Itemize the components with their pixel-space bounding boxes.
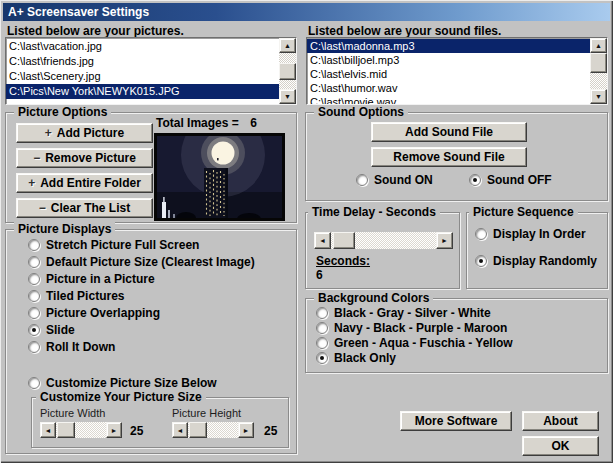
more-software-button[interactable]: More Software [400,411,512,431]
slider-right-button[interactable]: ► [436,232,453,249]
bg-option-label: Navy - Black - Purple - Maroon [334,321,507,335]
radio-bg-black-only[interactable]: Black Only [316,351,396,365]
picture-options-group: Picture Options + Add Picture − Remove P… [5,112,297,223]
bg-option-label: Black Only [334,351,396,365]
night-city-preview-image [157,136,282,218]
display-randomly-label: Display Randomly [493,254,597,268]
clear-list-button[interactable]: − Clear The List [16,198,153,218]
radio-default-picture-size[interactable]: Default Picture Size (Clearest Image) [28,255,255,269]
right-arrow-icon: ► [111,427,118,434]
list-item-selected[interactable]: C:\Pics\New York\NEWYK015.JPG [6,84,279,99]
up-arrow-icon: ▲ [284,42,291,49]
sounds-list-label: Listed below are your sound files. [308,24,501,38]
slider-track[interactable] [331,232,436,249]
window-title: A+ Screensaver Settings [8,5,149,19]
scrollbar-track[interactable] [590,53,607,89]
pictures-list[interactable]: C:\last\vacation.jpg C:\last\friends.jpg… [5,37,297,105]
list-item[interactable]: C:\last\movie.wav [307,95,590,104]
list-item-selected[interactable]: C:\last\madonna.mp3 [307,39,590,53]
scrollbar-thumb[interactable] [279,63,296,80]
radio-button [316,352,328,364]
scrollbar-track[interactable] [279,53,296,89]
sound-off-label: Sound OFF [487,173,552,187]
radio-stretch-full-screen[interactable]: Stretch Picture Full Screen [28,238,199,252]
slider-left-button[interactable]: ◄ [40,422,56,438]
add-folder-label: Add Entire Folder [40,176,141,190]
sound-options-title: Sound Options [314,105,408,119]
slider-right-button[interactable]: ► [238,422,254,438]
bg-option-label: Black - Gray - Silver - White [334,306,491,320]
list-item[interactable]: C:\last\vacation.jpg [6,39,279,54]
scroll-down-button[interactable]: ▼ [279,89,296,104]
screensaver-settings-window: A+ Screensaver Settings Listed below are… [0,0,613,463]
pictures-list-items: C:\last\vacation.jpg C:\last\friends.jpg… [6,38,279,104]
slider-right-button[interactable]: ► [106,422,122,438]
radio-bg-green-aqua-fuschia-yellow[interactable]: Green - Aqua - Fuschia - Yellow [316,336,513,350]
list-item[interactable]: C:\last\elvis.mid [307,67,590,81]
radio-button [469,174,481,186]
sounds-list[interactable]: C:\last\madonna.mp3 C:\last\billjoel.mp3… [306,37,608,105]
add-sound-label: Add Sound File [405,125,493,139]
radio-display-randomly[interactable]: Display Randomly [475,254,597,268]
radio-button [28,341,40,353]
add-picture-button[interactable]: + Add Picture [16,123,153,143]
display-option-label: Roll It Down [46,340,115,354]
radio-sound-on[interactable]: Sound ON [356,173,433,187]
slider-track[interactable] [188,422,238,438]
slider-thumb[interactable] [333,232,355,249]
radio-tiled-pictures[interactable]: Tiled Pictures [28,289,124,303]
pictures-list-scrollbar[interactable]: ▲ ▼ [279,38,296,104]
list-item[interactable]: C:\last\friends.jpg [6,54,279,69]
picture-width-value: 25 [130,424,143,438]
add-entire-folder-button[interactable]: + Add Entire Folder [16,173,153,193]
radio-display-in-order[interactable]: Display In Order [475,227,586,241]
radio-picture-in-picture[interactable]: Picture in a Picture [28,272,155,286]
remove-sound-file-button[interactable]: Remove Sound File [371,147,527,167]
radio-button [356,174,368,186]
total-images-value: 6 [250,116,257,130]
picture-width-slider[interactable]: ◄ ► [40,422,122,438]
slider-thumb[interactable] [189,422,207,438]
seconds-value: 6 [316,268,323,282]
clear-list-label: Clear The List [51,201,130,215]
remove-picture-button[interactable]: − Remove Picture [16,148,153,168]
ok-button[interactable]: OK [522,436,599,456]
ok-label: OK [552,439,570,453]
radio-button [28,239,40,251]
add-sound-file-button[interactable]: Add Sound File [371,122,527,142]
picture-displays-group: Picture Displays Stretch Picture Full Sc… [5,229,297,454]
radio-button [475,228,487,240]
sounds-list-scrollbar[interactable]: ▲ ▼ [590,38,607,104]
time-delay-slider[interactable]: ◄ ► [314,232,453,249]
list-item[interactable]: C:\last\Scenery.jpg [6,69,279,84]
down-arrow-icon: ▼ [595,93,602,100]
scroll-up-button[interactable]: ▲ [590,38,607,53]
picture-sequence-group: Picture Sequence Display In Order Displa… [466,212,608,289]
display-option-label: Picture Overlapping [46,306,160,320]
list-item[interactable]: C:\last\humor.wav [307,81,590,95]
radio-button [28,324,40,336]
list-item[interactable]: C:\last\billjoel.mp3 [307,53,590,67]
remove-picture-label: Remove Picture [45,151,136,165]
radio-bg-black-gray-silver-white[interactable]: Black - Gray - Silver - White [316,306,491,320]
radio-bg-navy-black-purple-maroon[interactable]: Navy - Black - Purple - Maroon [316,321,507,335]
picture-height-slider[interactable]: ◄ ► [172,422,254,438]
scroll-up-button[interactable]: ▲ [279,38,296,53]
slider-left-button[interactable]: ◄ [172,422,188,438]
radio-roll-it-down[interactable]: Roll It Down [28,340,115,354]
radio-button [316,337,328,349]
radio-slide[interactable]: Slide [28,323,75,337]
radio-sound-off[interactable]: Sound OFF [469,173,552,187]
slider-track[interactable] [56,422,106,438]
scroll-down-button[interactable]: ▼ [590,89,607,104]
about-button[interactable]: About [522,411,599,431]
scrollbar-thumb[interactable] [590,53,607,73]
more-software-label: More Software [415,414,498,428]
slider-thumb[interactable] [57,422,75,438]
title-bar[interactable]: A+ Screensaver Settings [3,3,610,21]
slider-left-button[interactable]: ◄ [314,232,331,249]
seconds-label: Seconds: [316,254,370,268]
display-option-label: Tiled Pictures [46,289,124,303]
radio-picture-overlapping[interactable]: Picture Overlapping [28,306,160,320]
radio-customize-picture-size[interactable]: Customize Picture Size Below [28,376,217,390]
